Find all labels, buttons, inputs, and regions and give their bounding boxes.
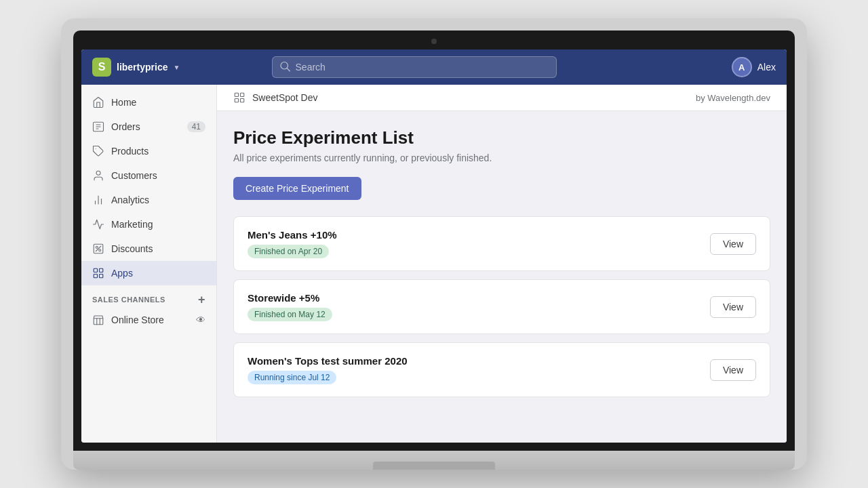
create-experiment-button[interactable]: Create Price Experiment (233, 177, 361, 200)
orders-badge: 41 (187, 121, 205, 132)
customers-icon (92, 169, 104, 182)
experiment-info-1: Men's Jeans +10% Finished on Apr 20 (248, 229, 337, 258)
products-icon (92, 145, 104, 157)
sidebar-item-label: Orders (111, 121, 140, 132)
sidebar-item-products[interactable]: Products (81, 139, 216, 163)
laptop-container: S libertyprice ▼ (61, 18, 807, 470)
svg-rect-21 (235, 93, 238, 96)
apps-icon (92, 267, 104, 279)
app-name: SweetSpot Dev (252, 92, 318, 103)
sidebar-item-label: Customers (111, 170, 157, 181)
sidebar-item-home[interactable]: Home (81, 90, 216, 115)
experiment-card-2: Storewide +5% Finished on May 12 View (233, 279, 770, 334)
screen: S libertyprice ▼ (81, 49, 787, 443)
sidebar-item-label: Analytics (111, 195, 149, 205)
app-header: SweetSpot Dev by Wavelength.dev (217, 85, 787, 111)
brand-chevron-icon: ▼ (173, 64, 180, 71)
sidebar-item-analytics[interactable]: Analytics (81, 188, 216, 212)
sidebar-item-label: Discounts (111, 243, 153, 254)
svg-rect-17 (94, 274, 97, 278)
app: S libertyprice ▼ (81, 49, 787, 443)
laptop-base (73, 451, 795, 470)
sidebar-item-orders[interactable]: Orders 41 (81, 115, 216, 139)
search-input[interactable] (272, 56, 557, 78)
svg-point-0 (281, 62, 288, 70)
svg-rect-24 (241, 99, 244, 102)
experiment-badge-1: Finished on Apr 20 (248, 245, 329, 258)
view-button-3[interactable]: View (710, 359, 756, 381)
search-bar (272, 56, 557, 78)
online-store-label: Online Store (111, 314, 164, 325)
home-icon (92, 96, 104, 108)
user-section[interactable]: A Alex (732, 57, 776, 77)
svg-rect-22 (241, 93, 244, 96)
experiment-name-2: Storewide +5% (248, 292, 332, 304)
svg-line-1 (287, 68, 290, 71)
online-store-icon (92, 314, 104, 326)
add-channel-icon[interactable]: + (198, 293, 205, 306)
experiment-badge-3: Running since Jul 12 (248, 371, 336, 384)
discounts-icon (92, 243, 104, 255)
brand[interactable]: S libertyprice ▼ (92, 58, 180, 77)
sidebar-item-online-store[interactable]: Online Store 👁 (81, 308, 216, 331)
content-body: Price Experiment List All price experime… (217, 111, 787, 422)
svg-rect-16 (100, 268, 103, 272)
magnify-icon (279, 60, 291, 73)
orders-icon (92, 121, 104, 133)
sales-channels-label: SALES CHANNELS (92, 296, 165, 304)
search-icon (279, 60, 291, 75)
screen-bezel: S libertyprice ▼ (73, 30, 795, 451)
main-layout: Home Orders 41 (81, 85, 787, 443)
sales-channels-section: SALES CHANNELS + (81, 285, 216, 308)
experiment-info-3: Women's Tops test summer 2020 Running si… (248, 355, 408, 384)
sidebar-item-marketing[interactable]: Marketing (81, 212, 216, 237)
experiment-info-2: Storewide +5% Finished on May 12 (248, 292, 332, 321)
marketing-icon (92, 218, 104, 230)
svg-rect-23 (235, 99, 238, 102)
app-header-left: SweetSpot Dev (233, 92, 318, 104)
content-area: SweetSpot Dev by Wavelength.dev Price Ex… (217, 85, 787, 443)
shopify-logo: S (92, 58, 111, 77)
sidebar-item-discounts[interactable]: Discounts (81, 237, 216, 261)
camera (431, 39, 437, 44)
experiment-name-3: Women's Tops test summer 2020 (248, 355, 408, 367)
svg-point-11 (96, 246, 98, 248)
experiment-name-1: Men's Jeans +10% (248, 229, 337, 241)
page-desc: All price experiments currently running,… (233, 152, 770, 163)
sidebar: Home Orders 41 (81, 85, 217, 443)
page-title: Price Experiment List (233, 127, 770, 148)
app-header-icon (233, 92, 245, 104)
svg-rect-18 (100, 274, 103, 278)
analytics-icon (92, 194, 104, 206)
svg-rect-15 (94, 268, 97, 272)
svg-point-12 (99, 249, 101, 251)
app-by-text: by Wavelength.dev (696, 93, 770, 103)
sidebar-item-apps[interactable]: Apps (81, 261, 216, 285)
svg-point-7 (96, 171, 100, 175)
experiment-card-3: Women's Tops test summer 2020 Running si… (233, 342, 770, 397)
topbar: S libertyprice ▼ (81, 49, 787, 85)
eye-icon[interactable]: 👁 (196, 314, 205, 325)
sidebar-item-label: Home (111, 97, 136, 108)
view-button-1[interactable]: View (710, 233, 756, 255)
svg-line-13 (96, 246, 101, 251)
experiment-badge-2: Finished on May 12 (248, 308, 332, 321)
avatar: A (732, 57, 752, 77)
sidebar-item-label: Products (111, 146, 149, 157)
view-button-2[interactable]: View (710, 296, 756, 318)
sidebar-item-label: Apps (111, 268, 133, 279)
experiment-card-1: Men's Jeans +10% Finished on Apr 20 View (233, 216, 770, 271)
brand-name: libertyprice (117, 62, 167, 73)
sidebar-item-label: Marketing (111, 219, 153, 230)
sidebar-item-customers[interactable]: Customers (81, 163, 216, 188)
user-name: Alex (757, 62, 776, 73)
